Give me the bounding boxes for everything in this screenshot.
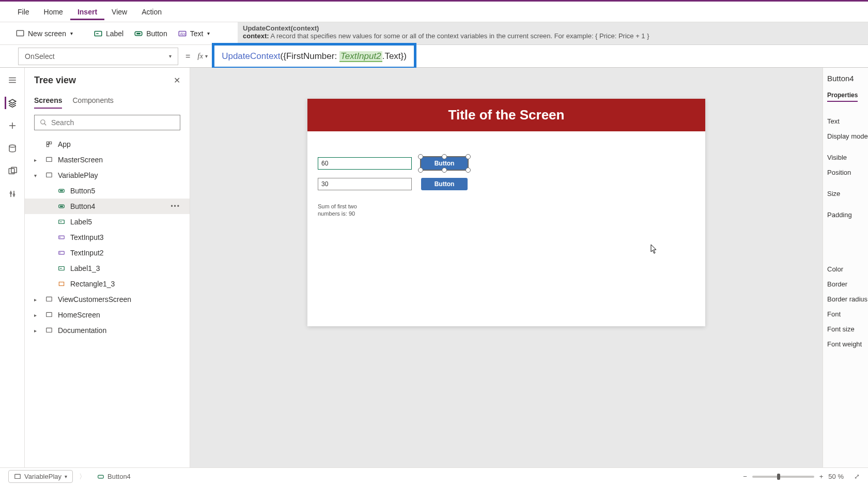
property-row[interactable]: Border radius bbox=[827, 295, 864, 303]
tree-item-label: HomeScreen bbox=[58, 311, 100, 319]
search-icon bbox=[40, 119, 47, 126]
insert-button-button[interactable]: Button bbox=[129, 26, 172, 41]
menu-file[interactable]: File bbox=[10, 4, 37, 20]
resize-handle[interactable] bbox=[466, 154, 471, 159]
chevron-icon[interactable]: ▸ bbox=[34, 328, 40, 334]
insert-text-button[interactable]: Abc Text ▾ bbox=[173, 26, 215, 41]
new-screen-button[interactable]: New screen ▾ bbox=[10, 26, 78, 41]
sum-label[interactable]: Sum of first two numbers is: 90 bbox=[318, 203, 369, 218]
tree-item-label1_3[interactable]: Label1_3 bbox=[25, 261, 190, 276]
zoom-in-button[interactable]: + bbox=[819, 473, 824, 480]
left-rail bbox=[0, 68, 25, 467]
properties-panel: Button4 Properties TextDisplay modeVisib… bbox=[823, 68, 868, 467]
property-row[interactable]: Border bbox=[827, 280, 864, 288]
design-canvas[interactable]: Title of the Screen Button bbox=[307, 99, 705, 326]
resize-handle[interactable] bbox=[442, 168, 447, 173]
menu-home[interactable]: Home bbox=[37, 4, 70, 20]
zoom-controls: − + 50 % ⤢ bbox=[743, 473, 860, 480]
tree-view-icon[interactable] bbox=[5, 97, 19, 109]
close-icon[interactable]: ✕ bbox=[174, 75, 180, 85]
property-row[interactable]: Padding bbox=[827, 211, 864, 219]
tree-title: Tree view bbox=[34, 75, 76, 86]
formula-highlight: TextInput2 bbox=[339, 51, 382, 62]
zoom-thumb[interactable] bbox=[777, 474, 780, 480]
screen-icon bbox=[14, 473, 21, 480]
tree-item-button5[interactable]: Button5 bbox=[25, 183, 190, 199]
breadcrumb-screen[interactable]: VariablePlay ▾ bbox=[8, 470, 73, 483]
tree-item-variableplay[interactable]: ▾VariablePlay bbox=[25, 168, 190, 183]
media-icon[interactable] bbox=[6, 165, 19, 177]
chevron-down-icon: ▾ bbox=[70, 31, 73, 36]
property-row[interactable]: Color bbox=[827, 265, 864, 273]
hamburger-icon[interactable] bbox=[6, 74, 19, 86]
formula-hint-desc: A record that specifies new values for s… bbox=[270, 32, 649, 40]
tree-item-label: TextInput2 bbox=[70, 249, 104, 257]
tree-item-button4[interactable]: Button4••• bbox=[25, 199, 190, 214]
tree-item-homescreen[interactable]: ▸HomeScreen bbox=[25, 307, 190, 323]
data-icon[interactable] bbox=[6, 142, 19, 155]
property-row[interactable]: Text bbox=[827, 117, 864, 125]
zoom-out-button[interactable]: − bbox=[743, 473, 747, 480]
insert-button-text: Button bbox=[146, 29, 167, 38]
add-icon[interactable] bbox=[6, 119, 19, 132]
new-screen-label: New screen bbox=[28, 29, 66, 38]
tree-item-label5[interactable]: Label5 bbox=[25, 214, 190, 230]
chevron-icon[interactable]: ▸ bbox=[34, 312, 40, 318]
chevron-icon[interactable]: ▾ bbox=[34, 173, 40, 178]
formula-input[interactable]: UpdateContext({FirstNumber: TextInput2.T… bbox=[216, 48, 412, 65]
tree-item-masterscreen[interactable]: ▸MasterScreen bbox=[25, 152, 190, 168]
formula-hint: UpdateContext(context) context: A record… bbox=[238, 22, 868, 45]
tree-item-viewcustomersscreen[interactable]: ▸ViewCustomersScreen bbox=[25, 292, 190, 307]
property-selector[interactable]: OnSelect ▾ bbox=[18, 48, 178, 65]
canvas-button-1[interactable]: Button bbox=[421, 157, 468, 170]
equals-sign: = bbox=[178, 52, 197, 61]
menu-insert[interactable]: Insert bbox=[70, 4, 104, 20]
tree-search[interactable] bbox=[34, 115, 180, 130]
tree-item-label: Documentation bbox=[58, 326, 106, 335]
screen-icon bbox=[16, 29, 25, 38]
property-row[interactable]: Font size bbox=[827, 325, 864, 333]
property-row[interactable]: Font bbox=[827, 310, 864, 318]
property-row[interactable]: Display mode bbox=[827, 132, 864, 140]
property-row[interactable]: Visible bbox=[827, 154, 864, 161]
fit-to-screen-icon[interactable]: ⤢ bbox=[854, 473, 860, 480]
screen-title[interactable]: Title of the Screen bbox=[307, 99, 705, 131]
chevron-down-icon: ▾ bbox=[65, 474, 67, 479]
tree-item-textinput3[interactable]: TextInput3 bbox=[25, 230, 190, 245]
svg-point-6 bbox=[9, 145, 16, 147]
properties-tab[interactable]: Properties bbox=[827, 92, 858, 102]
text-input-2[interactable] bbox=[318, 178, 412, 190]
text-input-1[interactable] bbox=[318, 157, 412, 170]
tree-item-rectangle1_3[interactable]: Rectangle1_3 bbox=[25, 276, 190, 292]
resize-handle[interactable] bbox=[418, 168, 423, 173]
tools-icon[interactable] bbox=[6, 188, 19, 200]
tree-app-node[interactable]: App bbox=[25, 137, 190, 152]
resize-handle[interactable] bbox=[418, 154, 423, 159]
breadcrumb-control-label: Button4 bbox=[107, 473, 131, 480]
tab-screens[interactable]: Screens bbox=[34, 93, 62, 109]
formula-bar: OnSelect ▾ = fx ▾ UpdateContext({FirstNu… bbox=[0, 45, 868, 68]
property-row[interactable]: Size bbox=[827, 190, 864, 198]
property-selector-value: OnSelect bbox=[25, 52, 55, 60]
insert-label-button[interactable]: Label bbox=[88, 26, 129, 41]
svg-rect-30 bbox=[98, 475, 104, 478]
breadcrumb-control[interactable]: Button4 bbox=[92, 471, 136, 482]
tab-components[interactable]: Components bbox=[72, 93, 113, 109]
property-row[interactable]: Font weight bbox=[827, 340, 864, 348]
chevron-icon[interactable]: ▸ bbox=[34, 297, 40, 302]
chevron-icon[interactable]: ▸ bbox=[34, 157, 40, 163]
search-input[interactable] bbox=[51, 118, 175, 127]
menu-action[interactable]: Action bbox=[134, 4, 169, 20]
chevron-down-icon[interactable]: ▾ bbox=[205, 53, 208, 59]
menu-view[interactable]: View bbox=[104, 4, 134, 20]
svg-text:Abc: Abc bbox=[180, 32, 186, 36]
more-icon[interactable]: ••• bbox=[171, 203, 180, 210]
zoom-slider[interactable] bbox=[752, 476, 814, 478]
tree-item-documentation[interactable]: ▸Documentation bbox=[25, 323, 190, 338]
resize-handle[interactable] bbox=[466, 168, 471, 173]
canvas-button-2[interactable]: Button bbox=[421, 178, 468, 190]
property-row[interactable]: Position bbox=[827, 169, 864, 176]
resize-handle[interactable] bbox=[442, 154, 447, 159]
tree-item-textinput2[interactable]: TextInput2 bbox=[25, 245, 190, 261]
status-bar: VariablePlay ▾ 〉 Button4 − + 50 % ⤢ bbox=[0, 467, 868, 485]
